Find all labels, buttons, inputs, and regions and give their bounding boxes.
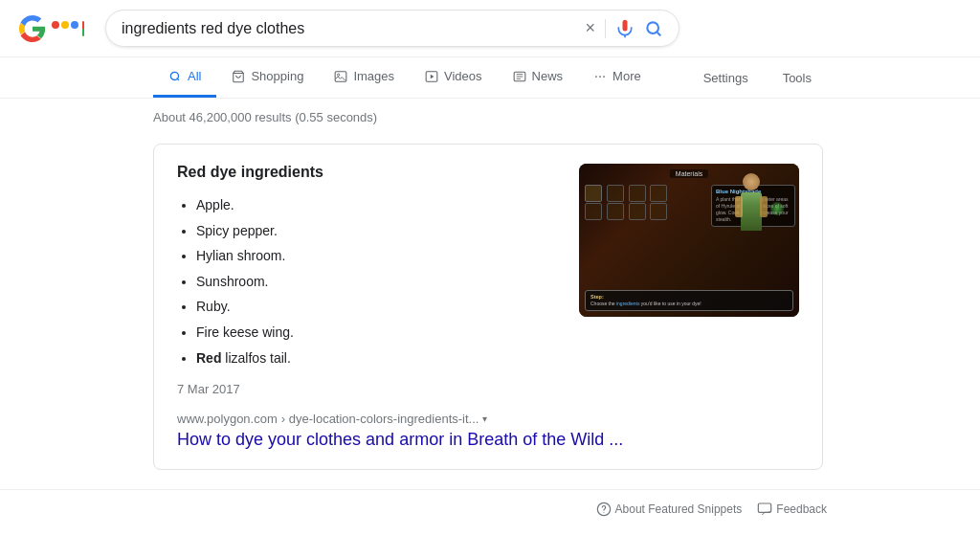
game-ui-overlay: Materials xyxy=(579,164,799,317)
settings-link[interactable]: Settings xyxy=(688,59,764,97)
char-body xyxy=(741,192,762,231)
news-icon xyxy=(513,70,526,83)
tab-more[interactable]: More xyxy=(578,57,657,98)
list-item: Ruby. xyxy=(196,294,560,320)
source-path: › dye-location-colors-ingredients-it... xyxy=(281,412,479,426)
search-input[interactable] xyxy=(122,20,577,37)
tab-news-label: News xyxy=(532,69,564,83)
char-glow xyxy=(770,202,784,215)
inv-cell xyxy=(607,203,624,220)
featured-snippet-card: Red dye ingredients Apple. Spicy pepper.… xyxy=(153,144,823,470)
list-item: Apple. xyxy=(196,192,560,218)
tab-all[interactable]: All xyxy=(153,57,216,98)
divider xyxy=(605,19,606,38)
svg-point-10 xyxy=(603,512,604,513)
svg-point-6 xyxy=(595,76,597,78)
search-bar: × xyxy=(105,10,679,47)
step-text: Choose the ingredients you'd like to use… xyxy=(590,301,788,307)
list-item: Sunshroom. xyxy=(196,269,560,295)
step-panel: Step: Choose the ingredients you'd like … xyxy=(585,290,793,311)
feedback-icon xyxy=(757,502,772,517)
images-icon xyxy=(334,70,347,83)
card-content: Red dye ingredients Apple. Spicy pepper.… xyxy=(177,164,799,396)
about-snippets-link[interactable]: About Featured Snippets xyxy=(596,502,743,517)
question-icon xyxy=(596,502,612,517)
tab-more-label: More xyxy=(612,69,641,83)
inv-cell xyxy=(607,185,624,202)
list-item: Spicy pepper. xyxy=(196,218,560,244)
char-arm-right xyxy=(760,196,768,217)
tab-shopping-label: Shopping xyxy=(251,69,303,83)
inv-cell xyxy=(585,203,602,220)
feedback-label: Feedback xyxy=(776,502,827,516)
inv-cell xyxy=(650,185,667,202)
svg-point-7 xyxy=(599,76,601,78)
mic-button[interactable] xyxy=(615,19,635,38)
step-label: Step: xyxy=(590,294,788,300)
google-logo xyxy=(19,15,86,42)
snippet-footer: About Featured Snippets Feedback xyxy=(0,489,980,528)
inv-cell xyxy=(629,185,646,202)
result-title-link[interactable]: How to dye your clothes and armor in Bre… xyxy=(177,430,799,450)
source-domain: www.polygon.com xyxy=(177,412,278,426)
source-line: www.polygon.com › dye-location-colors-in… xyxy=(177,412,799,426)
tab-all-label: All xyxy=(188,69,201,83)
videos-icon xyxy=(425,70,438,83)
nav-tabs: All Shopping Images Videos News xyxy=(0,57,980,99)
about-snippets-label: About Featured Snippets xyxy=(615,502,743,516)
inv-panel xyxy=(585,185,671,220)
list-item: Hylian shroom. xyxy=(196,243,560,269)
stats-text: About 46,200,000 results (0.55 seconds) xyxy=(153,110,377,124)
ingredient-list: Apple. Spicy pepper. Hylian shroom. Suns… xyxy=(177,192,560,370)
character xyxy=(723,173,780,307)
search-icon xyxy=(644,19,663,38)
search-button[interactable] xyxy=(644,19,663,38)
card-title: Red dye ingredients xyxy=(177,164,560,181)
tab-videos[interactable]: Videos xyxy=(410,57,498,98)
tools-link[interactable]: Tools xyxy=(768,59,827,97)
game-screenshot: Materials xyxy=(579,164,799,317)
shopping-icon xyxy=(232,70,245,83)
tab-videos-label: Videos xyxy=(444,69,482,83)
more-icon xyxy=(593,70,607,83)
search-small-icon xyxy=(168,70,182,83)
svg-point-8 xyxy=(603,76,605,78)
svg-point-3 xyxy=(338,74,340,76)
google-g-icon xyxy=(19,15,46,42)
list-item: Fire keese wing. xyxy=(196,320,560,346)
nav-right: Settings Tools xyxy=(688,59,827,97)
inv-cell xyxy=(650,203,667,220)
tab-images-label: Images xyxy=(353,69,394,83)
card-text: Red dye ingredients Apple. Spicy pepper.… xyxy=(177,164,560,396)
feedback-link[interactable]: Feedback xyxy=(757,502,827,517)
svg-point-0 xyxy=(647,22,658,33)
char-arm-left xyxy=(735,196,743,217)
inv-grid xyxy=(585,185,671,220)
inv-cell xyxy=(585,185,602,202)
tab-images[interactable]: Images xyxy=(319,57,410,98)
dropdown-arrow-icon[interactable]: ▾ xyxy=(482,413,487,424)
game-img-bg: Materials xyxy=(579,164,799,317)
tab-shopping[interactable]: Shopping xyxy=(216,57,319,98)
inv-cell xyxy=(629,203,646,220)
svg-rect-11 xyxy=(759,503,771,512)
card-date: 7 Mar 2017 xyxy=(177,382,560,396)
search-icons: × xyxy=(585,18,663,38)
mic-icon xyxy=(615,19,635,38)
list-item: Red lizalfos tail. xyxy=(196,346,560,371)
char-head xyxy=(743,173,760,190)
clear-button[interactable]: × xyxy=(585,18,595,38)
tab-news[interactable]: News xyxy=(498,57,579,98)
header: × xyxy=(0,0,980,57)
materials-label: Materials xyxy=(670,169,708,178)
result-stats: About 46,200,000 results (0.55 seconds) xyxy=(0,102,980,132)
